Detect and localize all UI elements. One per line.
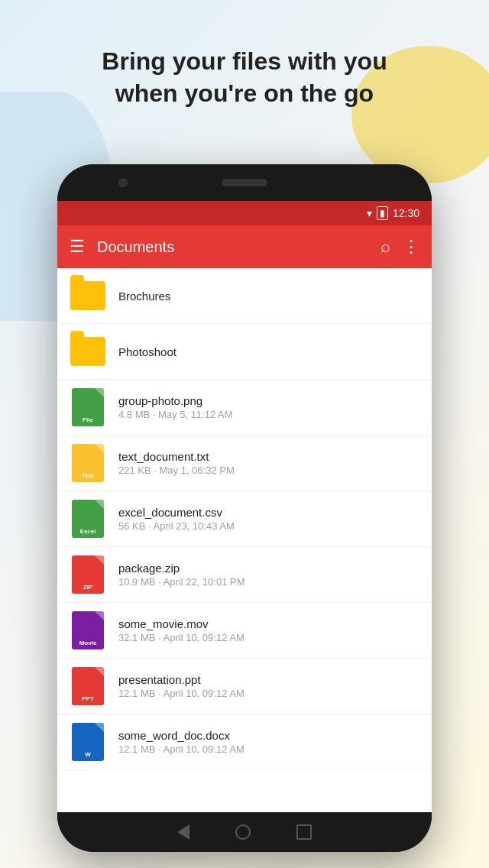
folder-icon-wrap [70, 333, 106, 370]
file-type-icon: ZIP [72, 555, 104, 594]
file-type-icon: Text [72, 444, 104, 482]
list-item[interactable]: ZIP package.zip 10.9 MB · April 22, 10:0… [57, 547, 432, 603]
home-button[interactable] [235, 824, 251, 840]
file-icon-wrap: W [70, 724, 106, 760]
file-list: Brochures Photoshoot File [57, 268, 432, 812]
phone-mockup: ▾ ▮ 12:30 ☰ Documents ⌕ ⋮ Brochures [57, 164, 432, 852]
file-type-icon: Movie [72, 611, 104, 649]
folder-icon-wrap [70, 277, 106, 314]
phone-speaker [222, 179, 267, 186]
list-item[interactable]: Excel excel_document.csv 56 KB · April 2… [57, 491, 432, 547]
file-name: package.zip [118, 562, 419, 575]
file-name: some_word_doc.docx [118, 729, 419, 742]
file-info: excel_document.csv 56 KB · April 23, 10:… [118, 506, 419, 532]
list-item[interactable]: File group-photo.png 4.8 MB · May 5, 11:… [57, 380, 432, 436]
hamburger-menu-icon[interactable]: ☰ [70, 237, 85, 257]
file-icon-wrap: ZIP [70, 556, 106, 593]
list-item[interactable]: PPT presentation.ppt 12.1 MB · April 10,… [57, 659, 432, 714]
heading-line2: when you're on the go [115, 79, 374, 107]
list-item[interactable]: Photoshoot [57, 324, 432, 380]
file-name: Brochures [118, 290, 419, 303]
file-name: presentation.ppt [118, 673, 419, 686]
file-info: package.zip 10.9 MB · April 22, 10:01 PM [118, 562, 419, 588]
status-bar: ▾ ▮ 12:30 [57, 201, 432, 225]
screen: ▾ ▮ 12:30 ☰ Documents ⌕ ⋮ Brochures [57, 201, 432, 812]
folder-icon [70, 281, 105, 310]
phone-bottom-bezel [57, 812, 432, 852]
file-name: Photoshoot [118, 345, 419, 358]
file-meta: 12.1 MB · April 10, 09:12 AM [118, 743, 419, 755]
folder-icon [70, 337, 105, 366]
file-icon-wrap: PPT [70, 668, 106, 704]
file-icon-wrap: Excel [70, 500, 106, 537]
wifi-icon: ▾ [367, 207, 372, 219]
file-type-label: W [85, 751, 91, 758]
heading-line1: Bring your files with you [102, 47, 387, 75]
file-type-icon: W [72, 723, 104, 761]
list-item[interactable]: Brochures [57, 268, 432, 324]
more-options-icon[interactable]: ⋮ [403, 237, 419, 257]
page-heading: Bring your files with you when you're on… [0, 46, 489, 109]
file-type-label: ZIP [83, 584, 92, 591]
file-icon-wrap: Text [70, 445, 106, 481]
file-name: group-photo.png [118, 394, 419, 407]
app-bar-title: Documents [97, 238, 368, 256]
file-meta: 56 KB · April 23, 10:43 AM [118, 520, 419, 532]
file-name: text_document.txt [118, 450, 419, 463]
app-bar: ☰ Documents ⌕ ⋮ [57, 225, 432, 268]
phone-camera [118, 178, 128, 187]
file-meta: 32.1 MB · April 10, 09:12 AM [118, 632, 419, 643]
file-info: Photoshoot [118, 345, 419, 358]
file-meta: 4.8 MB · May 5, 11:12 AM [118, 409, 419, 420]
file-type-label: PPT [82, 695, 94, 702]
phone-top-bezel [57, 164, 432, 201]
file-info: Brochures [118, 290, 419, 303]
file-icon-wrap: Movie [70, 612, 106, 649]
status-time: 12:30 [393, 207, 419, 219]
battery-icon: ▮ [377, 206, 388, 220]
file-info: some_word_doc.docx 12.1 MB · April 10, 0… [118, 729, 419, 755]
file-meta: 10.9 MB · April 22, 10:01 PM [118, 576, 419, 588]
list-item[interactable]: Text text_document.txt 221 KB · May 1, 0… [57, 436, 432, 491]
file-info: presentation.ppt 12.1 MB · April 10, 09:… [118, 673, 419, 699]
file-type-label: File [83, 416, 93, 423]
recents-button[interactable] [296, 824, 312, 840]
file-name: excel_document.csv [118, 506, 419, 519]
file-type-icon: File [72, 388, 104, 426]
file-info: group-photo.png 4.8 MB · May 5, 11:12 AM [118, 394, 419, 420]
status-icons: ▾ ▮ 12:30 [367, 206, 419, 220]
file-info: text_document.txt 221 KB · May 1, 06:32 … [118, 450, 419, 476]
file-type-label: Excel [80, 528, 96, 535]
file-icon-wrap: File [70, 389, 106, 426]
file-meta: 221 KB · May 1, 06:32 PM [118, 465, 419, 476]
file-meta: 12.1 MB · April 10, 09:12 AM [118, 688, 419, 699]
file-type-label: Movie [79, 640, 97, 646]
file-info: some_movie.mov 32.1 MB · April 10, 09:12… [118, 617, 419, 643]
file-name: some_movie.mov [118, 617, 419, 630]
file-type-icon: PPT [72, 667, 104, 705]
list-item[interactable]: Movie some_movie.mov 32.1 MB · April 10,… [57, 603, 432, 659]
search-icon[interactable]: ⌕ [381, 237, 390, 257]
list-item[interactable]: W some_word_doc.docx 12.1 MB · April 10,… [57, 714, 432, 770]
file-type-icon: Excel [72, 500, 104, 538]
back-button[interactable] [177, 824, 189, 840]
file-type-label: Text [82, 472, 94, 479]
